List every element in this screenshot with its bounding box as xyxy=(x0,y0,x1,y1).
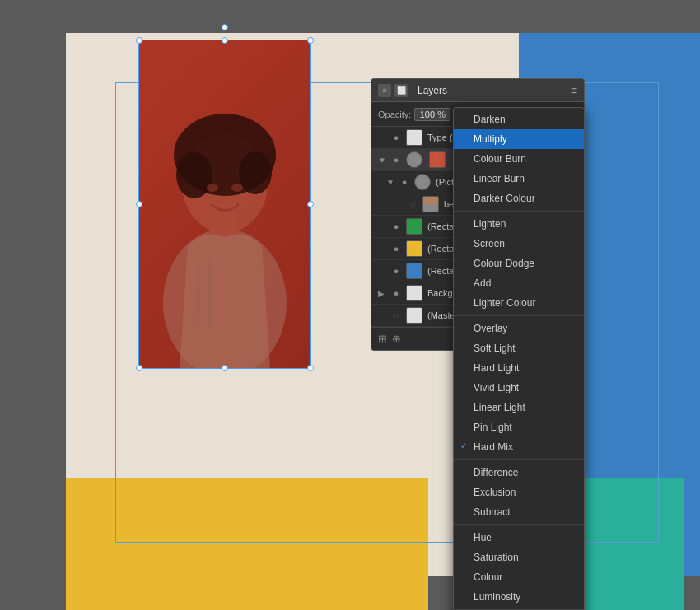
add-layer-icon[interactable]: ⊕ xyxy=(392,333,401,345)
blend-soft-light[interactable]: Soft Light xyxy=(454,338,584,358)
layers-panel-header: ≡ ⬜ Layers ≡ xyxy=(371,79,584,102)
blend-hard-light[interactable]: Hard Light xyxy=(454,358,584,378)
thumb-master xyxy=(406,307,422,324)
thumb-mask xyxy=(406,151,422,168)
visibility-icon-type[interactable]: ● xyxy=(390,131,403,144)
divider-3 xyxy=(454,459,584,460)
thumb-yellow xyxy=(406,240,422,257)
layers-icon-btn[interactable]: ≡ xyxy=(378,84,391,97)
blend-screen[interactable]: Screen xyxy=(454,234,584,254)
blend-overlay[interactable]: Overlay xyxy=(454,319,584,338)
blend-mode-dropdown: Darken Multiply Colour Burn Linear Burn … xyxy=(453,107,585,610)
thumb-picture xyxy=(414,174,431,190)
blend-lighten[interactable]: Lighten xyxy=(454,214,584,234)
blend-linear-burn[interactable]: Linear Burn xyxy=(454,169,584,189)
blend-darken[interactable]: Darken xyxy=(454,109,584,129)
visibility-icon-bg[interactable]: ● xyxy=(390,286,403,300)
layers-stack-icon[interactable]: ⊞ xyxy=(378,333,387,345)
photo-container xyxy=(138,40,311,369)
layers-menu-icon[interactable]: ≡ xyxy=(571,84,577,97)
blend-exclusion[interactable]: Exclusion xyxy=(454,482,584,502)
divider-2 xyxy=(454,315,584,316)
red-overlay xyxy=(138,40,311,369)
thumb-color xyxy=(429,151,446,168)
blend-saturation[interactable]: Saturation xyxy=(454,547,584,567)
blend-difference[interactable]: Difference xyxy=(454,463,584,482)
blend-hard-mix[interactable]: Hard Mix xyxy=(454,437,584,457)
opacity-value[interactable]: 100 % xyxy=(414,108,450,121)
divider-1 xyxy=(454,211,584,212)
blend-multiply[interactable]: Multiply xyxy=(454,129,584,149)
thumb-beau xyxy=(422,196,439,212)
blend-colour[interactable]: Colour xyxy=(454,567,584,587)
blend-lighter-colour[interactable]: Lighter Colour xyxy=(454,293,584,313)
visibility-icon-master[interactable]: ○ xyxy=(390,309,403,322)
expand-icon-color: ▼ xyxy=(378,156,388,165)
visibility-icon-blue[interactable]: ● xyxy=(390,264,403,277)
blend-darker-colour[interactable]: Darker Colour xyxy=(454,189,584,208)
blend-linear-light[interactable]: Linear Light xyxy=(454,398,584,417)
visibility-icon-picture[interactable]: ● xyxy=(398,175,411,189)
thumb-bg xyxy=(406,285,422,301)
layers-icon-btn2[interactable]: ⬜ xyxy=(394,84,408,97)
divider-4 xyxy=(454,524,584,525)
layers-title: Layers xyxy=(418,85,447,96)
canvas-area: ≡ ⬜ Layers ≡ Opacity: 100 % ✓ Normal ▾ ⚙… xyxy=(0,0,700,610)
visibility-icon-yellow[interactable]: ● xyxy=(390,242,403,255)
blend-hue[interactable]: Hue xyxy=(454,528,584,547)
blend-pin-light[interactable]: Pin Light xyxy=(454,417,584,437)
layer-thumb-group xyxy=(406,151,450,168)
opacity-label: Opacity: xyxy=(378,109,411,119)
visibility-icon-green[interactable]: ● xyxy=(390,220,403,233)
blend-luminosity[interactable]: Luminosity xyxy=(454,587,584,607)
blend-colour-burn[interactable]: Colour Burn xyxy=(454,149,584,169)
thumb-blue xyxy=(406,263,422,279)
blend-vivid-light[interactable]: Vivid Light xyxy=(454,378,584,398)
visibility-icon-color[interactable]: ● xyxy=(390,153,403,166)
blend-add[interactable]: Add xyxy=(454,273,584,293)
layer-thumb-type xyxy=(406,129,422,146)
rotate-handle[interactable] xyxy=(222,24,228,30)
blend-subtract[interactable]: Subtract xyxy=(454,502,584,522)
blend-colour-dodge[interactable]: Colour Dodge xyxy=(454,254,584,273)
expand-icon-bg: ▶ xyxy=(378,289,388,298)
thumb-green xyxy=(406,218,422,235)
expand-icon-picture: ▼ xyxy=(386,178,396,187)
visibility-icon-beau[interactable]: ○ xyxy=(406,198,419,211)
